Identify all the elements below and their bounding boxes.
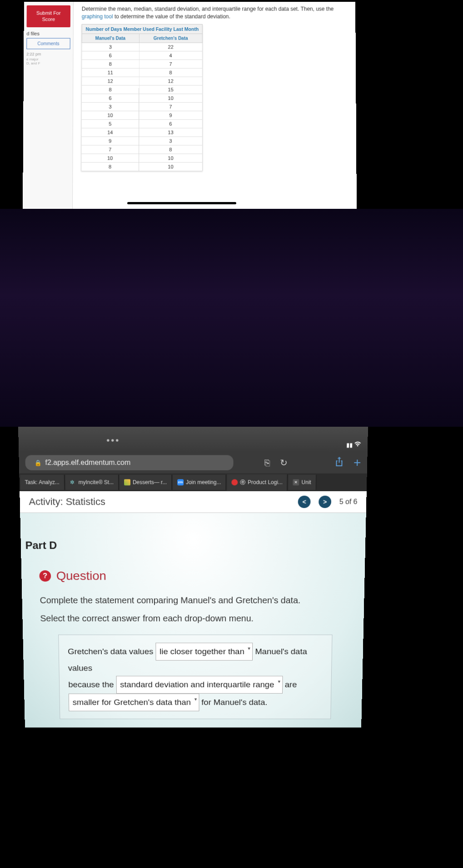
- answer-text: Gretchen's data values: [68, 647, 155, 656]
- answer-box: Gretchen's data values lie closer togeth…: [58, 635, 332, 720]
- cell-manuel: 9: [81, 137, 139, 145]
- home-indicator: [127, 202, 236, 204]
- tabs-row: Task: Analyz... ✲myIncite® St... Dessert…: [19, 473, 367, 491]
- table-row: 37: [81, 102, 202, 111]
- answer-text: for Manuel's data.: [201, 698, 267, 706]
- graphing-tool-link[interactable]: graphing tool: [82, 13, 113, 20]
- answer-text: are: [285, 680, 297, 689]
- upper-content: Submit For Score d files Comments 2:22 p…: [23, 2, 357, 209]
- tab-product-login[interactable]: ⓔ Product Logi...: [227, 474, 288, 490]
- question-line-2: Select the correct answer from each drop…: [40, 612, 346, 625]
- minor-text-2: D, and F: [26, 61, 70, 65]
- left-panel: Submit For Score d files Comments 2:22 p…: [23, 2, 74, 209]
- cell-gretchen: 9: [139, 111, 202, 119]
- prev-button[interactable]: <: [298, 496, 311, 508]
- content-page: Activity: Statistics < > 5 of 6 Part D ?…: [20, 491, 367, 728]
- table-row: 93: [81, 137, 203, 145]
- url-bar[interactable]: 🔒 f2.apps.elf.edmentum.com: [25, 455, 233, 470]
- tab-join-meeting[interactable]: zmJoin meeting...: [173, 475, 226, 490]
- next-button[interactable]: >: [319, 496, 331, 508]
- cell-gretchen: 10: [139, 94, 202, 102]
- table-row: 810: [81, 162, 203, 171]
- cell-manuel: 14: [81, 128, 139, 137]
- part-label: Part D: [25, 539, 348, 552]
- cell-gretchen: 3: [139, 137, 202, 145]
- cell-gretchen: 7: [139, 102, 202, 111]
- cell-gretchen: 6: [139, 119, 202, 128]
- status-icons: ▮▮: [346, 442, 361, 449]
- cell-gretchen: 8: [139, 68, 203, 77]
- table-row: 815: [82, 85, 203, 94]
- picture-icon: [124, 479, 130, 486]
- cell-manuel: 6: [82, 51, 139, 59]
- cell-gretchen: 7: [139, 59, 203, 68]
- gear-icon: ✲: [70, 479, 76, 486]
- question-title: Question: [56, 569, 106, 583]
- cell-manuel: 3: [82, 43, 139, 51]
- nav-controls: < > 5 of 6: [298, 496, 358, 508]
- cell-gretchen: 10: [139, 162, 203, 171]
- table-row: 64: [82, 51, 203, 59]
- cell-manuel: 10: [81, 111, 139, 119]
- reload-icon[interactable]: ↻: [280, 457, 288, 468]
- new-tab-icon[interactable]: +: [353, 455, 361, 470]
- share-icon[interactable]: [334, 456, 344, 469]
- table-row: 78: [81, 145, 203, 154]
- ipad-top-toolbar: ••• ▮▮: [18, 427, 368, 452]
- instruction-post: to determine the value of the standard d…: [113, 13, 230, 20]
- data-table: Number of Days Member Used Facility Last…: [81, 24, 203, 171]
- submit-for-score-button[interactable]: Submit For Score: [27, 5, 71, 27]
- product-icon: [231, 479, 238, 486]
- cell-manuel: 10: [81, 153, 139, 162]
- minor-text-1: e major: [26, 57, 70, 61]
- question-icon: ?: [39, 570, 51, 582]
- cell-gretchen: 12: [139, 77, 203, 85]
- files-label: d files: [26, 31, 70, 36]
- cell-gretchen: 13: [139, 128, 202, 137]
- cell-manuel: 11: [82, 68, 139, 77]
- tab-myincite[interactable]: ✲myIncite® St...: [65, 475, 119, 490]
- tab-label: Unit: [302, 479, 311, 486]
- url-bar-row: 🔒 f2.apps.elf.edmentum.com ⎘ ↻ +: [19, 452, 368, 473]
- table-row: 87: [82, 59, 203, 68]
- more-icon[interactable]: •••: [106, 435, 120, 446]
- question-header: ? Question: [39, 569, 347, 583]
- cell-gretchen: 15: [139, 85, 203, 94]
- comments-link[interactable]: Comments: [26, 38, 70, 49]
- activity-title: Activity: Statistics: [29, 496, 105, 508]
- table-row: 56: [81, 119, 202, 128]
- tab-label: Join meeting...: [186, 479, 221, 486]
- lock-icon: 🔒: [34, 459, 41, 466]
- tab-unit[interactable]: ✕Unit: [289, 475, 316, 490]
- dropdown-3[interactable]: smaller for Gretchen's data than: [69, 694, 199, 711]
- cell-gretchen: 10: [139, 153, 203, 162]
- col-header-manuel: Manuel's Data: [82, 34, 139, 43]
- tab-desserts[interactable]: Desserts— r...: [119, 475, 172, 490]
- page-position: 5 of 6: [339, 498, 358, 506]
- url-text: f2.apps.elf.edmentum.com: [45, 459, 130, 467]
- question-line-1: Complete the statement comparing Manuel'…: [40, 593, 346, 607]
- main-area: Determine the mean, median, standard dev…: [73, 2, 357, 209]
- dropdown-1[interactable]: lie closer together than: [155, 643, 253, 661]
- reader-icon[interactable]: ⎘: [264, 458, 270, 468]
- table-title: Number of Days Member Used Facility Last…: [82, 24, 203, 34]
- cell-manuel: 7: [81, 145, 139, 154]
- ipad-screen: ••• ▮▮ 🔒 f2.apps.elf.edmentum.com ⎘ ↻ + …: [18, 427, 368, 680]
- table-row: 1212: [82, 77, 203, 85]
- cell-manuel: 3: [81, 102, 139, 111]
- cell-manuel: 8: [81, 162, 139, 171]
- tab-task-analyz[interactable]: Task: Analyz...: [20, 475, 65, 490]
- table-row: 1010: [81, 153, 203, 162]
- cell-gretchen: 4: [139, 51, 203, 59]
- wifi-icon: [354, 442, 361, 449]
- dark-gap: [0, 209, 463, 427]
- answer-text: because the: [68, 680, 116, 689]
- cell-gretchen: 22: [139, 43, 203, 51]
- tab-label: myIncite® St...: [78, 479, 114, 486]
- tab-label: Product Logi...: [248, 479, 283, 486]
- x-icon: ✕: [293, 479, 299, 486]
- part-body: Part D ? Question Complete the statement…: [20, 513, 366, 728]
- table-row: 109: [81, 111, 202, 119]
- zoom-icon: zm: [177, 479, 184, 486]
- dropdown-2[interactable]: standard deviation and interquartile ran…: [116, 676, 283, 694]
